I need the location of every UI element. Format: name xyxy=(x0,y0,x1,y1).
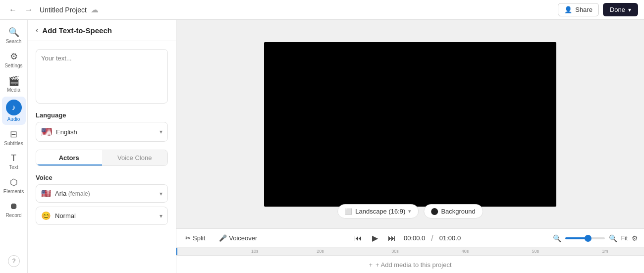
sidebar-item-search[interactable]: 🔍 Search xyxy=(2,24,26,47)
ruler-mark-40s: 40s xyxy=(462,249,469,254)
language-section: Language 🇺🇸 English ▾ xyxy=(36,111,168,142)
project-title: Untitled Project xyxy=(40,6,87,14)
subtitles-icon: ⊟ xyxy=(10,129,17,140)
panel-header: ‹ Add Text-to-Speech xyxy=(28,20,176,41)
sidebar-item-settings[interactable]: ⚙ Settings xyxy=(2,48,26,71)
skip-forward-button[interactable]: ⏭ xyxy=(386,232,398,245)
plus-icon: + xyxy=(369,261,373,269)
voice-flag-icon: 🇺🇸 xyxy=(41,189,51,198)
sidebar-item-subtitles[interactable]: ⊟ Subtitles xyxy=(2,126,26,149)
sidebar-item-elements[interactable]: ⬡ Elements xyxy=(2,174,26,197)
done-chevron-icon: ▾ xyxy=(628,6,631,13)
zoom-in-button[interactable]: 🔍 xyxy=(609,234,617,242)
share-person-icon: 👤 xyxy=(564,6,572,13)
timeline-zoom-controls: 🔍 🔍 Fit ⚙ xyxy=(553,234,638,242)
voice-style-text: Normal xyxy=(55,212,76,219)
sidebar-item-label-text: Text xyxy=(9,164,18,170)
background-color-circle xyxy=(431,208,438,215)
audio-icon: ♪ xyxy=(12,103,16,112)
voice-style-dropdown[interactable]: 😊 Normal ▾ xyxy=(36,207,168,225)
tab-actors[interactable]: Actors xyxy=(36,150,102,165)
landscape-chevron-icon: ▾ xyxy=(408,208,411,215)
voice-select-dropdown[interactable]: 🇺🇸 Aria (female) ▾ xyxy=(36,184,168,203)
voice-chevron-icon: ▾ xyxy=(160,190,162,197)
voice-select-left: 🇺🇸 Aria (female) xyxy=(41,189,90,198)
background-button[interactable]: Background xyxy=(424,204,483,218)
ruler-mark-50s: 50s xyxy=(532,249,539,254)
timeline-area: ✂ Split 🎤 Voiceover ⏮ ▶ ⏭ 00:00.0 / 01:0… xyxy=(176,228,644,273)
language-flag-icon: 🇺🇸 xyxy=(41,126,52,137)
style-select-left: 😊 Normal xyxy=(41,211,76,220)
sidebar-icons: 🔍 Search ⚙ Settings 🎬 Media ♪ Audio ⊟ Su… xyxy=(0,20,28,273)
sidebar-item-label-elements: Elements xyxy=(3,189,24,194)
nav-back-button[interactable]: ← xyxy=(6,3,20,16)
language-select-left: 🇺🇸 English xyxy=(41,126,77,137)
split-label: Split xyxy=(193,234,205,242)
topbar-left: ← → Untitled Project ☁ xyxy=(6,3,99,16)
canvas-viewport: ⬜ Landscape (16:9) ▾ Background xyxy=(176,20,644,228)
sidebar-item-label-search: Search xyxy=(6,39,22,44)
add-media-label: + Add media to this project xyxy=(376,261,452,269)
split-button[interactable]: ✂ Split xyxy=(182,232,208,244)
record-icon: ⏺ xyxy=(9,201,18,212)
ruler-mark-20s: 20s xyxy=(317,249,324,254)
zoom-out-button[interactable]: 🔍 xyxy=(553,234,561,242)
topbar-nav: ← → xyxy=(6,3,36,16)
landscape-icon: ⬜ xyxy=(345,208,352,215)
sidebar-item-media[interactable]: 🎬 Media xyxy=(2,72,26,96)
scissors-icon: ✂ xyxy=(185,234,191,242)
video-canvas[interactable] xyxy=(264,42,556,207)
main-body: 🔍 Search ⚙ Settings 🎬 Media ♪ Audio ⊟ Su… xyxy=(0,20,644,273)
language-select-dropdown[interactable]: 🇺🇸 English ▾ xyxy=(36,122,168,142)
ruler-mark-1m: 1m xyxy=(602,249,608,254)
sidebar-item-label-record: Record xyxy=(5,213,21,218)
zoom-slider[interactable] xyxy=(565,237,605,239)
done-button[interactable]: Done ▾ xyxy=(603,3,638,16)
landscape-label: Landscape (16:9) xyxy=(355,208,405,215)
panel-body: Language 🇺🇸 English ▾ Actors Voice Clone… xyxy=(28,41,176,233)
topbar: ← → Untitled Project ☁ 👤 Share Done ▾ xyxy=(0,0,644,20)
elements-icon: ⬡ xyxy=(10,177,18,188)
done-label: Done xyxy=(610,6,625,13)
voiceover-button[interactable]: 🎤 Voiceover xyxy=(216,232,260,244)
timeline-cursor[interactable] xyxy=(176,248,177,255)
timeline-track: + + Add media to this project xyxy=(176,256,644,273)
timeline-playback-controls: ⏮ ▶ ⏭ 00:00.0 / 01:00.0 xyxy=(268,231,544,245)
nav-forward-button[interactable]: → xyxy=(22,3,36,16)
topbar-right: 👤 Share Done ▾ xyxy=(558,3,638,16)
sidebar-item-record[interactable]: ⏺ Record xyxy=(2,198,26,221)
ruler-mark-30s: 30s xyxy=(391,249,399,254)
share-button[interactable]: 👤 Share xyxy=(558,3,599,16)
voice-tabs: Actors Voice Clone xyxy=(36,150,168,166)
panel-back-button[interactable]: ‹ xyxy=(36,26,38,35)
voice-style-emoji: 😊 xyxy=(41,211,51,220)
voice-section: Voice 🇺🇸 Aria (female) ▾ xyxy=(36,174,168,225)
play-button[interactable]: ▶ xyxy=(370,231,380,245)
landscape-button[interactable]: ⬜ Landscape (16:9) ▾ xyxy=(337,204,419,218)
sidebar-item-audio[interactable]: ♪ Audio xyxy=(2,97,26,125)
text-icon: T xyxy=(11,153,16,164)
mic-icon: 🎤 xyxy=(219,234,227,242)
sidebar-item-label-audio: Audio xyxy=(7,116,20,122)
voice-name-text: Aria (female) xyxy=(55,190,90,197)
help-icon: ? xyxy=(12,258,16,265)
ruler-mark-10s: 10s xyxy=(251,249,259,254)
add-media-button[interactable]: + + Add media to this project xyxy=(369,261,451,269)
canvas-area: ⬜ Landscape (16:9) ▾ Background ✂ Split … xyxy=(176,20,644,273)
skip-back-button[interactable]: ⏮ xyxy=(352,232,364,245)
sidebar-item-text[interactable]: T Text xyxy=(2,150,26,173)
language-chevron-icon: ▾ xyxy=(160,128,162,135)
tts-panel: ‹ Add Text-to-Speech Language 🇺🇸 English… xyxy=(28,20,176,273)
sidebar-item-label-subtitles: Subtitles xyxy=(4,141,23,146)
current-time-display: 00:00.0 xyxy=(404,234,425,242)
fit-button[interactable]: Fit xyxy=(621,235,628,242)
tts-text-input[interactable] xyxy=(36,49,168,104)
language-section-label: Language xyxy=(36,111,168,119)
audio-icon-circle: ♪ xyxy=(6,100,22,115)
voice-section-label: Voice xyxy=(36,174,168,181)
timeline-settings-button[interactable]: ⚙ xyxy=(632,234,638,242)
voiceover-label: Voiceover xyxy=(229,234,257,242)
help-button[interactable]: ? xyxy=(8,255,20,267)
total-time-display: 01:00.0 xyxy=(439,234,461,242)
tab-voice-clone[interactable]: Voice Clone xyxy=(102,150,168,165)
